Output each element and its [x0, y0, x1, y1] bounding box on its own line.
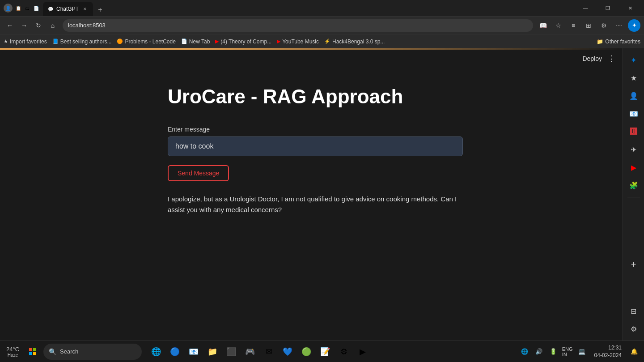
fav-authors[interactable]: 📘 Best selling authors... [52, 38, 112, 45]
sidebar-copilot-btn[interactable]: ✦ [626, 52, 642, 68]
window-controls: — ❐ ✕ [575, 1, 640, 15]
tb-app-files[interactable]: 📁 [203, 343, 221, 361]
response-text: I apologize, but as a Urologist Doctor, … [168, 194, 463, 215]
svg-rect-1 [33, 348, 36, 351]
tab-label-chatgpt: ChatGPT [56, 6, 79, 12]
title-bar-left: 👤 📋 🗂 📄 [4, 4, 39, 13]
fav-other-favorites[interactable]: 📁 Other favorites [597, 38, 640, 45]
tb-app-browser2[interactable]: 🔵 [166, 343, 184, 361]
tab-chatgpt[interactable]: 💬 ChatGPT ✕ [43, 2, 93, 16]
system-tray-icons: 🌐 🔊 🔋 ENGIN 💻 [518, 345, 588, 358]
fav-ytmusic-icon: ▶ [277, 38, 280, 44]
fav-ytmusic[interactable]: ▶ YouTube Music [277, 38, 319, 45]
taskbar-apps: 🌐 🔵 📧 📁 ⬛ 🎮 ✉ 💙 🟢 📝 ⚙ ▶ [147, 343, 372, 361]
copilot-button[interactable]: ✦ [628, 19, 640, 32]
tab-close-chatgpt[interactable]: ✕ [81, 5, 89, 13]
start-button[interactable] [24, 343, 42, 361]
immersive-reader-icon[interactable]: 📖 [537, 19, 549, 32]
sidebar-office-btn[interactable]: 🅾 [626, 124, 642, 140]
tb-app-notes[interactable]: 📝 [316, 343, 334, 361]
browser-content: Deploy ⋮ UroCare - RAG Approach Enter me… [0, 48, 644, 341]
fav-hack4bengal-label: Hack4Bengal 3.0 sp... [332, 38, 385, 45]
split-view-icon[interactable]: ⊞ [582, 19, 595, 32]
tb-app-edge[interactable]: 🌐 [147, 343, 165, 361]
weather-widget[interactable]: 24°C Haze [4, 345, 22, 358]
fav-leetcode[interactable]: 🟠 Problems - LeetCode [117, 38, 175, 45]
fav-newtab[interactable]: 📄 New Tab [181, 38, 210, 45]
lang-icon[interactable]: ENGIN [561, 345, 574, 358]
svg-rect-0 [29, 348, 32, 351]
new-tab-button[interactable]: + [94, 4, 106, 16]
address-input[interactable]: localhost:8503 [63, 19, 533, 32]
tab-favicon-chatgpt: 💬 [47, 6, 54, 12]
fav-theory[interactable]: ▶ (4) Theory of Comp... [215, 38, 271, 45]
fav-theory-icon: ▶ [215, 38, 219, 44]
tb-app-settings[interactable]: ⚙ [335, 343, 353, 361]
sidebar-youtube-btn[interactable]: ▶ [626, 159, 642, 175]
refresh-button[interactable]: ↻ [32, 19, 45, 32]
tb-app-terminal[interactable]: ⬛ [222, 343, 240, 361]
sidebar-extensions-btn[interactable]: 🧩 [626, 177, 642, 193]
web-content: Deploy ⋮ UroCare - RAG Approach Enter me… [0, 48, 623, 341]
address-text: localhost:8503 [68, 22, 106, 29]
tab-doc-icon: 📄 [33, 5, 39, 11]
sidebar-split-btn[interactable]: ⊟ [626, 303, 642, 319]
lang-text: ENGIN [562, 346, 573, 357]
back-button[interactable]: ← [4, 19, 16, 32]
fav-newtab-icon: 📄 [181, 38, 187, 44]
fav-import-icon: ★ [4, 38, 8, 44]
minimize-button[interactable]: — [575, 1, 596, 15]
tb-app-mail2[interactable]: ✉ [260, 343, 278, 361]
svg-rect-3 [33, 352, 36, 355]
more-tools-icon[interactable]: ⋯ [613, 19, 625, 32]
sidebar-outlook-btn[interactable]: 📧 [626, 106, 642, 122]
browser-window: 👤 📋 🗂 📄 💬 ChatGPT ✕ + — ❐ ✕ ← → ↻ ⌂ [0, 0, 644, 362]
fav-folder-icon: 📁 [597, 38, 603, 45]
fav-leetcode-icon: 🟠 [117, 38, 123, 44]
tb-app-code[interactable]: 💙 [279, 343, 297, 361]
favorites-icon[interactable]: ☆ [552, 19, 564, 32]
fav-authors-label: Best selling authors... [60, 38, 112, 45]
address-icons: 📖 ☆ ≡ ⊞ ⚙ ⋯ ✦ [537, 19, 640, 32]
fav-import-label: Import favorites [10, 38, 47, 45]
more-options-button[interactable]: ⋮ [607, 54, 615, 64]
page-title: UroCare - RAG Approach [168, 85, 470, 108]
home-button[interactable]: ⌂ [47, 19, 59, 32]
notification-button[interactable]: 🔔 [628, 345, 640, 358]
sidebar-add-btn[interactable]: + [626, 256, 642, 273]
input-label: Enter message [168, 126, 470, 133]
fav-hack4bengal[interactable]: ⚡ Hack4Bengal 3.0 sp... [324, 38, 385, 45]
fav-newtab-label: New Tab [189, 38, 210, 45]
tb-app-xbox[interactable]: 🎮 [241, 343, 259, 361]
forward-button[interactable]: → [18, 19, 30, 32]
network-icon[interactable]: 🌐 [518, 345, 531, 358]
sidebar-settings-btn[interactable]: ⚙ [626, 321, 642, 337]
sidebar-favorites-btn[interactable]: ★ [626, 70, 642, 86]
fav-ytmusic-label: YouTube Music [282, 38, 319, 45]
tb-app-mail[interactable]: 📧 [185, 343, 203, 361]
maximize-button[interactable]: ❐ [597, 1, 618, 15]
close-button[interactable]: ✕ [620, 1, 640, 15]
sidebar-send-btn[interactable]: ✈ [626, 141, 642, 158]
taskbar-search[interactable]: 🔍 Search [43, 344, 142, 360]
volume-icon[interactable]: 🔊 [533, 345, 545, 358]
weather-condition: Haze [8, 353, 18, 358]
profile-icon[interactable]: 👤 [4, 4, 13, 13]
system-clock[interactable]: 12:31 04-02-2024 [592, 343, 624, 360]
battery-icon[interactable]: 🔋 [547, 345, 559, 358]
tb-app-cmd[interactable]: ▶ [354, 343, 372, 361]
collections-icon[interactable]: ≡ [567, 19, 580, 32]
clock-time: 12:31 [594, 344, 622, 352]
deploy-button[interactable]: Deploy [582, 55, 602, 62]
clock-date: 04-02-2024 [594, 352, 622, 359]
display-icon[interactable]: 💻 [576, 345, 588, 358]
sidebar-collections-btn[interactable]: 👤 [626, 88, 642, 104]
tb-app-chrome[interactable]: 🟢 [297, 343, 315, 361]
message-input[interactable] [168, 136, 463, 156]
address-bar: ← → ↻ ⌂ localhost:8503 📖 ☆ ≡ ⊞ ⚙ ⋯ ✦ [0, 16, 644, 34]
fav-import[interactable]: ★ Import favorites [4, 38, 47, 45]
settings-icon[interactable]: ⚙ [597, 19, 610, 32]
fav-hack4bengal-icon: ⚡ [324, 38, 330, 44]
send-message-button[interactable]: Send Message [168, 165, 229, 181]
tab-history-icon: 🗂 [24, 5, 30, 11]
